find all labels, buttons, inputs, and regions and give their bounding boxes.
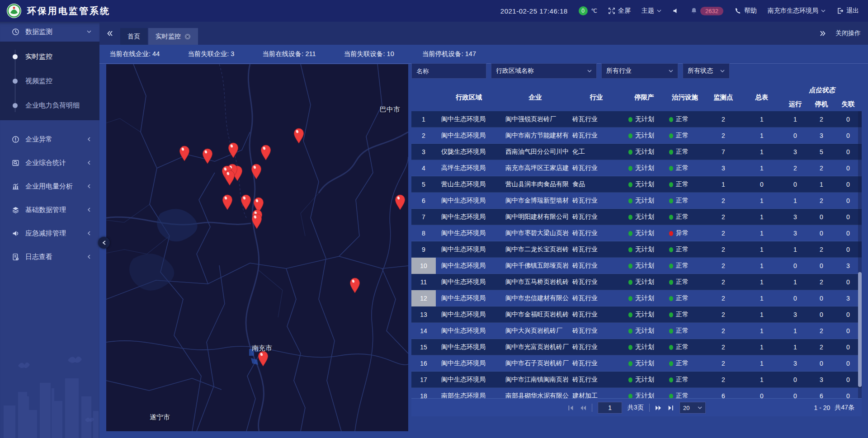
fullscreen-button[interactable]: 全屏 bbox=[608, 7, 631, 15]
sidebar-item-3[interactable]: 企业综合统计 bbox=[0, 151, 99, 174]
map-marker-pin[interactable] bbox=[241, 195, 251, 210]
status-dot-icon bbox=[628, 215, 632, 220]
monitor-points-cell: 2 bbox=[705, 376, 741, 383]
table-row[interactable]: 2阆中生态环境局阆中市南方节能建材有砖瓦行业无计划正常21030 bbox=[411, 127, 862, 144]
sidebar-subitem-视频监控[interactable]: 视频监控 bbox=[0, 69, 99, 93]
sidebar-item-7[interactable]: 日志查看 bbox=[0, 245, 99, 268]
table-row[interactable]: 13阆中生态环境局阆中市金福旺页岩机砖砖瓦行业无计划正常21300 bbox=[411, 306, 862, 323]
tab-实时监控[interactable]: 实时监控 bbox=[148, 28, 198, 45]
help-button[interactable]: 帮助 bbox=[734, 7, 757, 15]
timeline-dot-icon bbox=[13, 103, 18, 108]
table-row[interactable]: 16阆中生态环境局阆中市石子页岩机砖厂砖瓦行业无计划正常21300 bbox=[411, 355, 862, 372]
table-scrollbar[interactable] bbox=[858, 111, 862, 398]
table-row[interactable]: 8阆中生态环境局阆中市枣碧大梁山页岩砖瓦行业无计划异常21300 bbox=[411, 225, 862, 241]
stat-4: 当前失联设备: 10 bbox=[344, 50, 394, 58]
table-row[interactable]: 10阆中生态环境局阆中千佛镇五郎垭页岩砖瓦行业无计划正常21003 bbox=[411, 258, 862, 274]
column-header-失联: 失联 bbox=[835, 97, 862, 111]
map-marker-pin[interactable] bbox=[203, 149, 212, 164]
status-dot-icon bbox=[628, 312, 632, 317]
status-dot-icon bbox=[628, 231, 632, 236]
map-marker-pin[interactable] bbox=[180, 146, 189, 161]
sidebar-item-5[interactable]: 基础数据管理 bbox=[0, 198, 99, 221]
map-marker-pin[interactable] bbox=[252, 164, 261, 179]
pollution-facility-status: 正常 bbox=[665, 392, 705, 398]
tabs-scroll-left-button[interactable] bbox=[99, 22, 120, 45]
sidebar-item-2[interactable]: 企业异常 bbox=[0, 127, 99, 151]
column-header-停机: 停机 bbox=[808, 97, 835, 111]
map-marker-pin[interactable] bbox=[294, 128, 304, 143]
table-row[interactable]: 15阆中生态环境局阆中市光富页岩机砖厂砖瓦行业无计划正常21120 bbox=[411, 339, 862, 355]
monitor-points-cell: 2 bbox=[705, 262, 741, 269]
table-row[interactable]: 12阆中生态环境局阆中市忠信建材有限公砖瓦行业无计划正常21003 bbox=[411, 290, 862, 306]
theme-label: 主题 bbox=[642, 7, 654, 15]
sound-button[interactable] bbox=[672, 7, 679, 14]
table-row[interactable]: 9阆中生态环境局阆中市二龙长宝页岩砖砖瓦行业无计划正常21120 bbox=[411, 241, 862, 258]
industry-cell: 砖瓦行业 bbox=[569, 278, 624, 286]
sidebar-subitem-实时监控[interactable]: 实时监控 bbox=[0, 44, 99, 69]
table-row[interactable]: 14阆中生态环境局阆中大兴页岩机砖厂砖瓦行业无计划正常21120 bbox=[411, 323, 862, 339]
status-dot-icon bbox=[669, 394, 673, 399]
map-marker-pin[interactable] bbox=[229, 143, 238, 158]
phone-icon bbox=[734, 7, 741, 14]
offline-count-cell: 0 bbox=[835, 165, 862, 172]
close-operations-button[interactable]: 关闭操作 bbox=[835, 29, 861, 38]
map-marker-pin[interactable] bbox=[223, 195, 232, 210]
layers-icon bbox=[12, 206, 19, 214]
production-limit-status-label: 无计划 bbox=[635, 180, 654, 188]
table-row[interactable]: 5营山生态环境局营山县润丰肉食品有限食品无计划正常10010 bbox=[411, 176, 862, 193]
page-number-input[interactable] bbox=[598, 402, 622, 414]
previous-page-button[interactable] bbox=[580, 405, 586, 411]
table-row[interactable]: 1阆中生态环境局阆中强锐页岩砖厂砖瓦行业无计划正常21120 bbox=[411, 111, 862, 127]
table-scrollbar-thumb[interactable] bbox=[858, 272, 862, 387]
logout-button[interactable]: 退出 bbox=[836, 7, 859, 15]
sidebar-item-1[interactable]: 数据监测 bbox=[0, 22, 99, 42]
map-marker-pin[interactable] bbox=[225, 170, 235, 185]
stopped-count-cell: 0 bbox=[808, 311, 835, 318]
production-limit-status: 无计划 bbox=[624, 164, 665, 172]
map-marker-pin[interactable] bbox=[259, 351, 268, 366]
industry-filter-select[interactable]: 所有行业 bbox=[601, 63, 678, 79]
page-size-select[interactable]: 20 bbox=[679, 402, 706, 414]
theme-menu[interactable]: 主题 bbox=[642, 7, 661, 15]
first-page-button[interactable] bbox=[567, 405, 574, 411]
map-panel[interactable]: 巴中市南充市遂宁市 bbox=[106, 64, 408, 431]
name-filter-input[interactable] bbox=[411, 63, 486, 79]
region-cell: 阆中生态环境局 bbox=[436, 376, 502, 384]
company-cell: 南充市高坪区王家店建 bbox=[502, 164, 569, 172]
table-row[interactable]: 17阆中生态环境局阆中市江南镇阆南页岩砖瓦行业无计划正常21030 bbox=[411, 372, 862, 388]
region-filter-select[interactable]: 行政区域名称 bbox=[491, 63, 597, 79]
region-cell: 阆中生态环境局 bbox=[436, 311, 502, 319]
double-chevron-right-icon[interactable] bbox=[819, 30, 826, 37]
map-marker-pin[interactable] bbox=[396, 195, 405, 210]
table-row[interactable]: 6阆中生态环境局阆中市金博瑞新型墙材砖瓦行业无计划正常21120 bbox=[411, 193, 862, 209]
stat-value: 211 bbox=[305, 50, 316, 57]
industry-cell: 食品 bbox=[569, 180, 624, 188]
sidebar-item-label: 日志查看 bbox=[25, 253, 52, 261]
status-filter-select[interactable]: 所有状态 bbox=[683, 63, 730, 79]
sidebar-item-4[interactable]: 企业用电量分析 bbox=[0, 174, 99, 198]
map-marker-pin[interactable] bbox=[350, 278, 360, 293]
sidebar-item-6[interactable]: 应急减排管理 bbox=[0, 221, 99, 245]
sidebar-collapse-handle[interactable] bbox=[98, 237, 110, 249]
monitor-points-cell: 2 bbox=[705, 360, 741, 367]
tabbar-actions: 关闭操作 bbox=[819, 22, 868, 45]
chevron-left-icon bbox=[87, 184, 91, 188]
notifications[interactable]: 2632 bbox=[690, 7, 723, 15]
sidebar-subitem-企业电力负荷明细[interactable]: 企业电力负荷明细 bbox=[0, 93, 99, 118]
table-row[interactable]: 4高坪生态环境局南充市高坪区王家店建砖瓦行业无计划正常31220 bbox=[411, 160, 862, 176]
production-limit-status-label: 无计划 bbox=[635, 164, 654, 172]
tab-首页[interactable]: 首页 bbox=[120, 28, 147, 45]
tab-close-icon[interactable] bbox=[184, 33, 191, 40]
last-page-button[interactable] bbox=[667, 405, 674, 411]
company-cell: 营山县润丰肉食品有限 bbox=[502, 180, 569, 188]
pollution-facility-status-label: 正常 bbox=[676, 376, 689, 384]
table-row[interactable]: 18南部生态环境局南部县砌华水泥有限公建材加工无计划正常60060 bbox=[411, 388, 862, 398]
org-menu[interactable]: 南充市生态环境局 bbox=[768, 7, 826, 15]
table-row[interactable]: 11阆中生态环境局阆中市五马桥页岩机砖砖瓦行业无计划正常21120 bbox=[411, 274, 862, 290]
table-row[interactable]: 3仪陇生态环境局西南油气田分公司川中化工无计划正常71350 bbox=[411, 144, 862, 160]
next-page-button[interactable] bbox=[655, 405, 662, 411]
running-count-cell: 3 bbox=[782, 148, 808, 155]
table-row[interactable]: 7阆中生态环境局阆中明阳建材有限公司砖瓦行业无计划正常21300 bbox=[411, 209, 862, 225]
map-marker-pin[interactable] bbox=[261, 145, 271, 160]
running-count-cell: 1 bbox=[782, 197, 808, 204]
